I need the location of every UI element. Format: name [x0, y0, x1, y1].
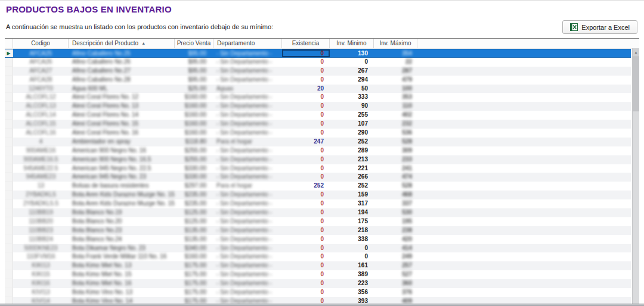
cell-filler — [417, 111, 631, 120]
row-indicator-cell — [5, 120, 13, 129]
table-row[interactable]: 500DKNE23Bota Dikamar Negro No. 23$340.0… — [5, 244, 631, 253]
cell-inv-minimo: 0 — [330, 252, 374, 261]
cell-existencia: 0 — [282, 252, 330, 261]
cell-filler — [417, 129, 631, 138]
row-indicator-cell — [5, 252, 13, 261]
table-row[interactable]: ALCOFL16Alexi Coral Flores No. 16$160.00… — [5, 129, 631, 138]
table-row[interactable]: KIVI13Bota Kimo Vino No. 13$175.00- Sin … — [5, 288, 631, 297]
cell-inv-maximo: 420 — [374, 235, 417, 244]
table-row[interactable]: KIKI16Bota Kimo Miel No. 16$175.00- Sin … — [5, 279, 631, 288]
vertical-scrollbar[interactable]: ▲ — [632, 48, 639, 306]
cell-departamento: - Sin Departamento - — [213, 49, 282, 57]
column-header-departamento[interactable]: Departamento — [213, 39, 282, 48]
table-row[interactable]: ALCOFL12Alexi Coral Flores No. 12$160.00… — [5, 93, 631, 102]
cell-codigo: 13 — [13, 182, 69, 191]
column-header-inv-minimo[interactable]: Inv. Minimo — [330, 39, 374, 48]
cell-filler — [417, 76, 631, 85]
cell-existencia: 252 — [282, 182, 330, 191]
cell-codigo: 1246YT0 — [13, 85, 69, 93]
table-row[interactable]: 110BB20Bota Blanco No.20$125.00- Sin Dep… — [5, 217, 631, 226]
cell-inv-maximo: 474 — [374, 173, 417, 182]
cell-inv-maximo: 527 — [374, 270, 417, 279]
cell-precio-venta: $255.00 — [175, 146, 213, 155]
cell-descripcion: Agua 600 ML — [69, 85, 175, 93]
cell-departamento: - Sin Departamento - — [213, 199, 282, 208]
cell-inv-maximo: 468 — [374, 191, 417, 199]
row-indicator-cell — [5, 93, 13, 102]
cell-inv-minimo: 221 — [330, 164, 374, 173]
column-header-descripcion[interactable]: Descripción del Producto▲ — [69, 39, 175, 48]
cell-departamento: - Sin Departamento - — [213, 244, 282, 253]
row-indicator-cell — [5, 235, 13, 244]
cell-descripcion: Bota Blanco No.19 — [69, 208, 175, 217]
row-indicator-cell — [5, 270, 13, 279]
cell-departamento: - Sin Departamento - — [213, 102, 282, 111]
table-row[interactable]: 2YBADKL5Bota Aren Kids Durazno Muzge No.… — [5, 191, 631, 199]
cell-existencia: 0 — [282, 146, 330, 155]
column-header-existencia[interactable]: Existencia — [282, 39, 330, 48]
table-row[interactable]: 110BB23Bota Blanco No.23$135.00- Sin Dep… — [5, 226, 631, 235]
cell-precio-venta: $118.80 — [175, 138, 213, 146]
table-row[interactable]: KIKI15Bota Kimo Miel No. 15$175.00- Sin … — [5, 270, 631, 279]
cell-precio-venta: $95.00 — [175, 49, 213, 57]
table-row[interactable]: 110FVM16Bota Frank Verde Militar 110 No.… — [5, 252, 631, 261]
cell-filler — [417, 164, 631, 173]
cell-departamento: - Sin Departamento - — [213, 155, 282, 164]
table-row[interactable]: 1246YT0Agua 600 ML$25.00Aguas2050100 — [5, 85, 631, 93]
column-header-filler — [417, 39, 639, 48]
table-row[interactable]: 110BB19Bota Blanco No.19$125.00- Sin Dep… — [5, 208, 631, 217]
column-header-precio-venta[interactable]: Precio Venta — [175, 39, 213, 48]
cell-inv-maximo: 528 — [374, 182, 417, 191]
cell-codigo: ALCOFL15 — [13, 120, 69, 129]
table-row[interactable]: ALCOFL14Alexi Coral Flores No. 14$160.00… — [5, 111, 631, 120]
cell-existencia: 247 — [282, 138, 330, 146]
cell-codigo: KIKI15 — [13, 270, 69, 279]
table-row[interactable]: AFCA27Afino Caballero No.27$95.00- Sin D… — [5, 67, 631, 76]
table-row[interactable]: 900AME16.5American 900 Negro No. 16.5$25… — [5, 155, 631, 164]
cell-precio-venta: $95.00 — [175, 67, 213, 76]
scroll-up-button[interactable]: ▲ — [633, 48, 639, 57]
table-row[interactable]: AFCA26Afino Caballero No.26$95.00- Sin D… — [5, 58, 631, 67]
table-row[interactable]: ▶AFCA25Afino Caballero No.25$95.00- Sin … — [5, 49, 631, 58]
column-header-inv-maximo[interactable]: Inv. Máximo — [374, 39, 417, 48]
cell-inv-maximo: 354 — [374, 49, 417, 57]
scrollbar-thumb[interactable] — [633, 57, 639, 111]
cell-inv-minimo: 159 — [330, 191, 374, 199]
cell-codigo: 945AME22.5 — [13, 164, 69, 173]
table-row[interactable]: 2YBADKL5.5Bota Aren Kids Durazno Muzge N… — [5, 199, 631, 208]
row-indicator-cell — [5, 102, 13, 111]
cell-descripcion: Bota Kimo Miel No. 15 — [69, 270, 175, 279]
cell-precio-venta: $135.00 — [175, 226, 213, 235]
cell-departamento: - Sin Departamento - — [213, 279, 282, 288]
table-row[interactable]: 4Ambientador en spray$118.80Para el hoga… — [5, 138, 631, 146]
cell-inv-minimo: 175 — [330, 217, 374, 226]
table-row[interactable]: 945AME22.5American 945 Negro No. 22.5$33… — [5, 164, 631, 173]
cell-departamento: - Sin Departamento - — [213, 288, 282, 297]
table-row[interactable]: ALCOFL13Alexi Coral Flores No. 13$160.00… — [5, 102, 631, 111]
row-indicator-cell — [5, 226, 13, 235]
cell-inv-minimo: 0 — [330, 244, 374, 253]
table-row[interactable]: 13Bolsas de basura resistentes$297.00Par… — [5, 182, 631, 191]
cell-precio-venta: $125.00 — [175, 208, 213, 217]
column-header-codigo[interactable]: Codigo — [13, 39, 69, 48]
cell-inv-minimo: 194 — [330, 208, 374, 217]
cell-existencia: 0 — [282, 208, 330, 217]
cell-departamento: - Sin Departamento - — [213, 270, 282, 279]
cell-filler — [417, 270, 631, 279]
export-to-excel-button[interactable]: Exportar a Excel — [562, 20, 637, 34]
table-row[interactable]: 900AME16American 900 Negro No. 16$255.00… — [5, 146, 631, 155]
cell-existencia: 0 — [282, 155, 330, 164]
cell-descripcion: Alexi Coral Flores No. 12 — [69, 93, 175, 102]
table-row[interactable]: ALCOFL15Alexi Coral Flores No. 15$160.00… — [5, 120, 631, 129]
cell-existencia: 0 — [282, 102, 330, 111]
table-row[interactable]: 945AME23American 945 Negro No. 23$330.00… — [5, 173, 631, 182]
cell-descripcion: Alexi Coral Flores No. 15 — [69, 120, 175, 129]
cell-inv-minimo: 213 — [330, 155, 374, 164]
table-row[interactable]: KIKI13Bota Kimo Miel No. 13$175.00- Sin … — [5, 261, 631, 270]
cell-existencia: 0 — [282, 111, 330, 120]
cell-departamento: Aguas — [213, 85, 282, 93]
table-row[interactable]: 110BB24Bota Blanco No.24$135.00- Sin Dep… — [5, 235, 631, 244]
cell-inv-minimo: 252 — [330, 182, 374, 191]
table-row[interactable]: AFCA28Afino Caballero No.28$95.00- Sin D… — [5, 76, 631, 85]
sort-ascending-icon: ▲ — [141, 41, 145, 45]
